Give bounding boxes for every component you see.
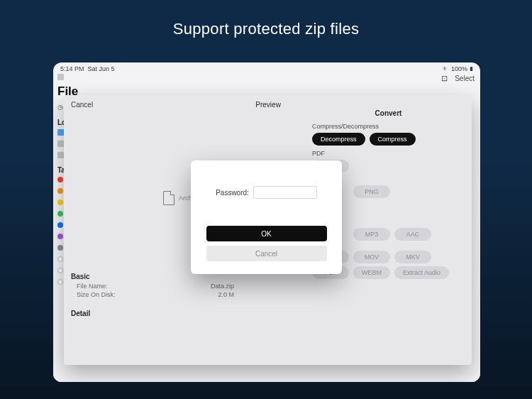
aac-button[interactable]: AAC bbox=[394, 228, 431, 241]
password-input[interactable] bbox=[253, 186, 317, 199]
detail-heading: Detail bbox=[71, 310, 90, 317]
extract-audio-button[interactable]: Extract Audio bbox=[394, 266, 449, 279]
folder-icon bbox=[57, 141, 64, 147]
sidebar-toggle-icon[interactable] bbox=[57, 74, 64, 80]
ipad-screen: 5:14 PM Sat Jun 5 ᯤ 100% ▮ ⊡ Select File… bbox=[53, 62, 480, 382]
tag-dot-generic bbox=[57, 279, 63, 285]
modal-cancel-button[interactable]: Cancel bbox=[206, 246, 327, 261]
trash-icon bbox=[57, 152, 64, 158]
password-label: Password: bbox=[216, 189, 249, 197]
tag-dot-yellow bbox=[57, 200, 63, 205]
preview-title: Preview bbox=[82, 101, 454, 109]
compress-button[interactable]: Compress bbox=[370, 133, 416, 146]
tag-dot-purple bbox=[57, 234, 63, 239]
convert-heading: Convert bbox=[312, 109, 465, 117]
size-label: Size On Disk: bbox=[77, 291, 116, 298]
webm-button[interactable]: WEBM bbox=[353, 266, 390, 279]
mov-button[interactable]: MOV bbox=[353, 251, 390, 263]
mkv-button[interactable]: MKV bbox=[394, 251, 431, 263]
file-icon bbox=[163, 191, 174, 205]
promo-title: Support protected zip files bbox=[0, 0, 532, 38]
pdf-subheading: PDF bbox=[312, 150, 465, 157]
size-row: Size On Disk: 2.0 M bbox=[71, 290, 234, 299]
filename-value: Data.zip bbox=[211, 283, 234, 290]
tag-dot-green bbox=[57, 211, 63, 217]
tag-dot-white bbox=[57, 256, 63, 262]
decompress-button[interactable]: Decompress bbox=[312, 133, 365, 146]
filename-row: File Name: Data.zip bbox=[71, 282, 234, 290]
cloud-icon bbox=[57, 129, 64, 136]
select-button[interactable]: Select bbox=[455, 75, 475, 82]
filename-label: File Name: bbox=[77, 283, 108, 290]
compress-subheading: Compress/Decompress bbox=[312, 123, 465, 130]
ok-button[interactable]: OK bbox=[206, 226, 327, 241]
tag-dot-gray bbox=[57, 245, 63, 251]
basic-info: Basic File Name: Data.zip Size On Disk: … bbox=[71, 273, 234, 299]
clock-icon: ◷ bbox=[57, 104, 63, 111]
password-modal: Password: OK Cancel bbox=[191, 160, 342, 274]
base-toolbar: ⊡ Select bbox=[441, 74, 475, 83]
tag-dot-orange bbox=[57, 188, 63, 194]
tag-dot-generic bbox=[57, 268, 63, 273]
tag-dot-red bbox=[57, 177, 63, 182]
cast-icon[interactable]: ⊡ bbox=[441, 74, 448, 83]
mp3-button[interactable]: MP3 bbox=[353, 228, 390, 241]
size-value: 2.0 M bbox=[218, 291, 234, 298]
tag-dot-blue bbox=[57, 222, 63, 228]
png-button[interactable]: PNG bbox=[353, 185, 390, 198]
